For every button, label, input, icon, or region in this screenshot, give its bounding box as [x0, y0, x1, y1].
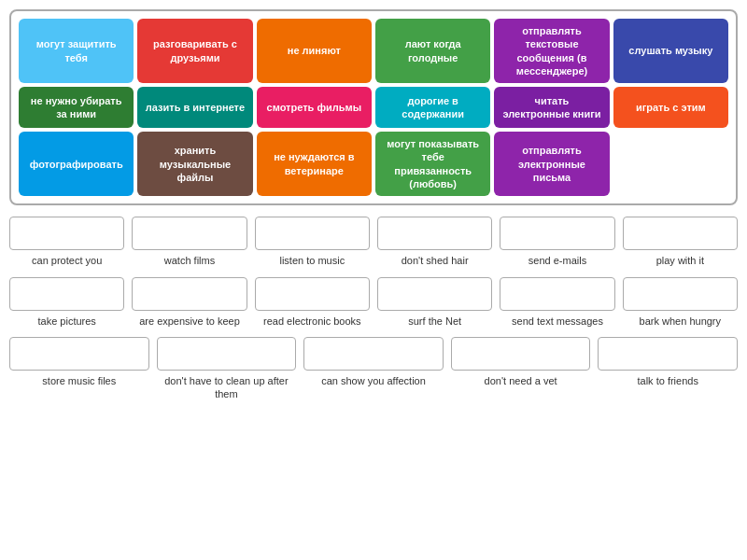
tile-7[interactable]: лазить в интернете: [137, 87, 252, 128]
match-label-1-2: read electronic books: [263, 315, 361, 328]
match-section: can protect youwatch filmslisten to musi…: [9, 217, 738, 400]
tiles-container: могут защитить тебяразговаривать с друзь…: [9, 9, 738, 205]
match-label-1-3: surf the Net: [408, 315, 461, 328]
match-label-0-4: send e-mails: [529, 254, 586, 267]
tile-1[interactable]: разговаривать с друзьями: [137, 19, 252, 83]
tile-4[interactable]: отправлять текстовые сообщения (в мессен…: [494, 19, 609, 83]
match-item-1-2: read electronic books: [255, 277, 370, 328]
match-box-1-3[interactable]: [377, 277, 492, 311]
match-box-0-0[interactable]: [9, 217, 124, 250]
tile-16[interactable]: отправлять электронные письма: [494, 132, 609, 196]
match-item-1-0: take pictures: [9, 277, 124, 328]
match-label-0-0: can protect you: [32, 254, 102, 267]
match-label-2-1: don't have to clean up after them: [157, 374, 297, 401]
tile-2[interactable]: не линяют: [257, 19, 372, 83]
match-item-2-4: talk to friends: [598, 337, 738, 387]
tile-10[interactable]: читать электронные книги: [494, 87, 609, 128]
match-box-1-5[interactable]: [623, 277, 738, 311]
match-item-1-1: are expensive to keep: [132, 277, 247, 328]
match-item-0-0: can protect you: [9, 217, 124, 267]
match-box-0-1[interactable]: [132, 217, 247, 250]
match-box-1-0[interactable]: [9, 277, 124, 311]
tile-6[interactable]: не нужно убирать за ними: [19, 87, 134, 128]
match-box-2-0[interactable]: [9, 337, 149, 371]
match-box-1-2[interactable]: [255, 277, 370, 311]
tile-5[interactable]: слушать музыку: [613, 19, 728, 83]
match-label-1-1: are expensive to keep: [139, 315, 240, 328]
match-item-0-2: listen to music: [255, 217, 370, 267]
match-item-2-3: don't need a vet: [451, 337, 591, 387]
match-box-0-3[interactable]: [377, 217, 492, 250]
match-item-1-3: surf the Net: [377, 277, 492, 328]
match-label-0-5: play with it: [656, 254, 704, 267]
tile-14[interactable]: не нуждаются в ветеринаре: [257, 132, 372, 196]
match-label-2-0: store music files: [42, 374, 116, 387]
tile-8[interactable]: смотреть фильмы: [257, 87, 372, 128]
match-item-2-0: store music files: [9, 337, 149, 387]
tile-3[interactable]: лают когда голодные: [375, 19, 490, 83]
match-item-0-1: watch films: [132, 217, 247, 267]
match-item-2-1: don't have to clean up after them: [157, 337, 297, 401]
match-item-2-2: can show you affection: [303, 337, 444, 387]
tile-0[interactable]: могут защитить тебя: [19, 19, 134, 83]
match-label-2-3: don't need a vet: [485, 374, 557, 387]
tiles-grid: могут защитить тебяразговаривать с друзь…: [19, 19, 728, 196]
match-label-0-2: listen to music: [279, 254, 345, 267]
match-label-1-4: send text messages: [512, 315, 603, 328]
match-item-0-5: play with it: [623, 217, 738, 267]
match-label-0-3: don't shed hair: [402, 254, 469, 267]
match-box-2-4[interactable]: [598, 337, 738, 371]
match-label-2-2: can show you affection: [321, 374, 426, 387]
match-box-2-2[interactable]: [303, 337, 444, 371]
match-row-0: can protect youwatch filmslisten to musi…: [9, 217, 738, 267]
match-label-0-1: watch films: [164, 254, 215, 267]
match-box-2-1[interactable]: [157, 337, 297, 371]
match-item-0-3: don't shed hair: [377, 217, 492, 267]
match-box-0-2[interactable]: [255, 217, 370, 250]
match-box-2-3[interactable]: [451, 337, 591, 371]
tile-9[interactable]: дорогие в содержании: [375, 87, 490, 128]
match-row-2: store music filesdon't have to clean up …: [9, 337, 738, 401]
match-item-1-5: bark when hungry: [623, 277, 738, 328]
tile-13[interactable]: хранить музыкальные файлы: [137, 132, 252, 196]
match-box-0-4[interactable]: [500, 217, 614, 250]
match-box-1-4[interactable]: [500, 277, 614, 311]
tile-15[interactable]: могут показывать тебе привязанность (люб…: [375, 132, 490, 196]
match-label-2-4: talk to friends: [637, 374, 698, 387]
match-box-1-1[interactable]: [132, 277, 247, 311]
match-label-1-5: bark when hungry: [640, 315, 721, 328]
match-box-0-5[interactable]: [623, 217, 738, 250]
tile-12[interactable]: фотографировать: [19, 132, 134, 196]
tile-11[interactable]: играть с этим: [613, 87, 728, 128]
match-label-1-0: take pictures: [37, 315, 95, 328]
match-row-1: take picturesare expensive to keepread e…: [9, 277, 738, 328]
match-item-0-4: send e-mails: [500, 217, 614, 267]
match-item-1-4: send text messages: [500, 277, 614, 328]
